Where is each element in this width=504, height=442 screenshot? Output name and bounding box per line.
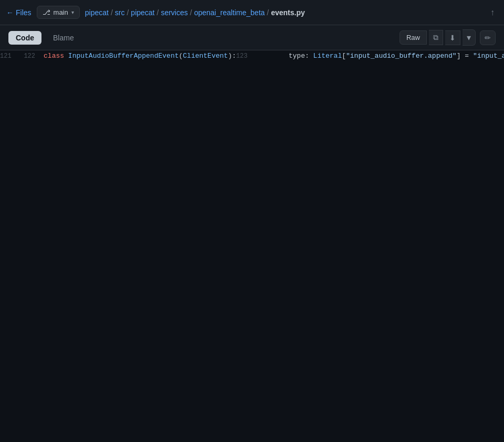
copy-button[interactable]: ⧉: [429, 30, 443, 45]
breadcrumb-current-file: events.py: [271, 8, 305, 17]
paren-token: [: [342, 52, 346, 60]
breadcrumb-openai[interactable]: openai_realtime_beta: [194, 8, 265, 17]
up-button[interactable]: ↑: [487, 6, 498, 19]
breadcrumb: pipecat / src / pipecat / services / ope…: [85, 8, 482, 17]
line-number: 122: [24, 50, 44, 62]
top-bar: ← Files ⎇ main ▾ pipecat / src / pipecat…: [0, 0, 504, 25]
toolbar-actions: Raw ⧉ ⬇ ▾ ✏: [400, 29, 496, 46]
colon-token: :: [305, 52, 313, 60]
kw-token: class: [44, 52, 68, 60]
breadcrumb-pipecat2[interactable]: pipecat: [131, 8, 154, 17]
edit-icon: ✏: [485, 34, 491, 42]
breadcrumb-src[interactable]: src: [115, 8, 125, 17]
string-token: "input_audio_buffer.append": [473, 52, 504, 60]
code-tab[interactable]: Code: [8, 31, 41, 45]
breadcrumb-sep3: /: [157, 8, 159, 17]
table-row: 121: [0, 50, 24, 442]
breadcrumb-pipecat[interactable]: pipecat: [85, 8, 109, 17]
line-number: 123: [236, 50, 256, 62]
breadcrumb-sep2: /: [127, 8, 129, 17]
string-token: "input_audio_buffer.append": [346, 52, 457, 60]
eq-token: =: [460, 52, 472, 60]
back-label: Files: [16, 8, 32, 17]
back-button[interactable]: ← Files: [6, 8, 32, 17]
line-number: 121: [0, 50, 20, 62]
branch-selector[interactable]: ⎇ main ▾: [37, 6, 80, 19]
paren-token: ):: [228, 52, 236, 60]
branch-chevron-icon: ▾: [71, 9, 74, 15]
blame-tab[interactable]: Blame: [46, 31, 81, 45]
table-row: 122class InputAudioBufferAppendEvent(Cli…: [24, 50, 236, 442]
branch-label: main: [54, 8, 68, 16]
file-toolbar: Code Blame Raw ⧉ ⬇ ▾ ✏: [0, 25, 504, 50]
more-icon: ▾: [467, 33, 471, 43]
line-content: class InputAudioBufferAppendEvent(Client…: [44, 50, 236, 62]
back-arrow-icon: ←: [6, 8, 14, 17]
breadcrumb-services[interactable]: services: [161, 8, 187, 17]
attr-token: type: [289, 52, 305, 60]
up-arrow-icon: ↑: [490, 8, 495, 17]
cls-token: InputAudioBufferAppendEvent: [68, 52, 179, 60]
line-content: [20, 50, 24, 62]
branch-icon: ⎇: [43, 8, 50, 16]
code-container: 121 122class InputAudioBufferAppendEvent…: [0, 50, 504, 442]
literal-token: Literal: [313, 52, 342, 60]
copy-icon: ⧉: [433, 33, 438, 42]
raw-button[interactable]: Raw: [400, 30, 427, 45]
more-button[interactable]: ▾: [463, 29, 476, 46]
breadcrumb-sep4: /: [190, 8, 192, 17]
edit-button[interactable]: ✏: [480, 30, 496, 45]
base-token: ClientEvent: [183, 52, 228, 60]
table-row: 123 type: Literal["input_audio_buffer.ap…: [236, 50, 504, 442]
indent-token: [256, 52, 288, 60]
breadcrumb-sep5: /: [267, 8, 269, 17]
line-content: type: Literal["input_audio_buffer.append…: [256, 50, 504, 62]
breadcrumb-sep1: /: [111, 8, 113, 17]
download-button[interactable]: ⬇: [445, 30, 460, 45]
download-icon: ⬇: [449, 34, 456, 42]
